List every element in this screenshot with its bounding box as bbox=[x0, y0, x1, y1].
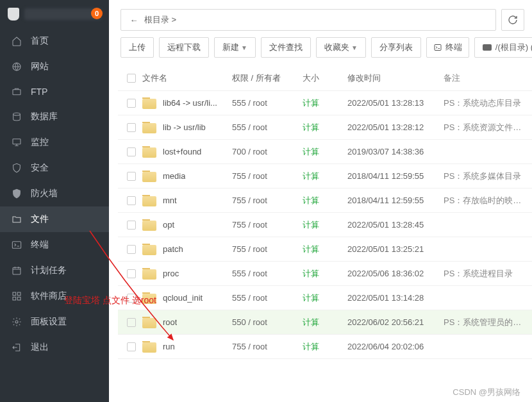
sidebar-item-fw[interactable]: 防火墙 bbox=[0, 181, 109, 206]
file-perm[interactable]: 755 / root bbox=[232, 196, 303, 205]
table-row[interactable]: lib -> usr/lib555 / root计算2022/05/01 13:… bbox=[118, 115, 532, 140]
file-perm[interactable]: 755 / root bbox=[232, 342, 303, 351]
file-perm[interactable]: 755 / root bbox=[232, 244, 303, 254]
col-name[interactable]: 文件名 bbox=[142, 72, 232, 84]
file-name[interactable]: media bbox=[163, 171, 185, 181]
file-name[interactable]: patch bbox=[163, 244, 183, 254]
path-breadcrumb[interactable]: ← 根目录 > bbox=[121, 9, 496, 31]
file-perm[interactable]: 550 / root bbox=[232, 317, 303, 327]
table-row[interactable]: mnt755 / root计算2018/04/11 12:59:55PS：存放临… bbox=[118, 188, 532, 213]
table-row[interactable]: opt755 / root计算2022/05/01 13:28:45 bbox=[118, 213, 532, 237]
col-size[interactable]: 大小 bbox=[303, 72, 347, 84]
sidebar-item-mon[interactable]: 监控 bbox=[0, 130, 109, 155]
file-perm[interactable]: 555 / root bbox=[232, 269, 303, 278]
table-row[interactable]: qcloud_init555 / root计算2022/05/01 13:14:… bbox=[118, 286, 532, 310]
file-size-calc[interactable]: 计算 bbox=[303, 292, 347, 304]
share-list-button[interactable]: 分享列表 bbox=[371, 37, 421, 58]
row-checkbox[interactable] bbox=[127, 221, 136, 230]
file-size-calc[interactable]: 计算 bbox=[303, 195, 347, 206]
sidebar-item-label: 计划任务 bbox=[31, 265, 67, 276]
svg-rect-11 bbox=[435, 45, 441, 51]
sidebar-item-set[interactable]: 面板设置 bbox=[0, 309, 109, 335]
file-date: 2022/05/06 18:36:02 bbox=[347, 269, 444, 278]
disk-selector[interactable]: /(根目录) (67G) bbox=[474, 37, 532, 58]
table-row[interactable]: lib64 -> usr/li...555 / root计算2022/05/01… bbox=[118, 91, 532, 115]
file-date: 2019/03/07 14:38:36 bbox=[347, 147, 444, 156]
sidebar-item-db[interactable]: 数据库 bbox=[0, 104, 109, 130]
sidebar-item-ftp[interactable]: FTP bbox=[0, 80, 109, 104]
file-size-calc[interactable]: 计算 bbox=[303, 317, 347, 328]
file-name[interactable]: lib64 -> usr/li... bbox=[163, 98, 217, 108]
file-perm[interactable]: 700 / root bbox=[232, 147, 303, 156]
remote-download-button[interactable]: 远程下载 bbox=[159, 37, 209, 58]
sidebar-item-site[interactable]: 网站 bbox=[0, 54, 109, 80]
file-size-calc[interactable]: 计算 bbox=[303, 341, 347, 353]
sidebar-item-term[interactable]: 终端 bbox=[0, 232, 109, 258]
row-checkbox[interactable] bbox=[127, 147, 136, 156]
row-checkbox[interactable] bbox=[127, 245, 136, 254]
table-row[interactable]: run755 / root计算2022/06/04 20:02:06 bbox=[118, 335, 532, 359]
notification-badge[interactable]: 0 bbox=[91, 8, 103, 19]
sidebar-item-file[interactable]: 文件 bbox=[0, 206, 109, 232]
table-row[interactable]: lost+found700 / root计算2019/03/07 14:38:3… bbox=[118, 140, 532, 164]
folder-icon bbox=[142, 268, 156, 280]
disk-icon bbox=[483, 44, 492, 51]
path-back-icon[interactable]: ← bbox=[128, 15, 140, 25]
file-name[interactable]: opt bbox=[163, 220, 174, 230]
new-button[interactable]: 新建▼ bbox=[214, 37, 256, 58]
logo-shield-icon bbox=[8, 8, 19, 21]
col-date[interactable]: 修改时间 bbox=[347, 72, 444, 84]
file-perm[interactable]: 755 / root bbox=[232, 171, 303, 181]
table-row[interactable]: root550 / root计算2022/06/02 20:56:21PS：系统… bbox=[118, 310, 532, 335]
file-name[interactable]: root bbox=[163, 317, 177, 327]
row-checkbox[interactable] bbox=[127, 99, 136, 108]
sidebar-item-exit[interactable]: 退出 bbox=[0, 335, 109, 360]
file-size-calc[interactable]: 计算 bbox=[303, 219, 347, 231]
row-checkbox[interactable] bbox=[127, 318, 136, 327]
file-name[interactable]: lib -> usr/lib bbox=[163, 122, 206, 132]
file-size-calc[interactable]: 计算 bbox=[303, 244, 347, 255]
folder-icon bbox=[142, 97, 156, 109]
terminal-button[interactable]: 终端 bbox=[426, 37, 469, 58]
file-size-calc[interactable]: 计算 bbox=[303, 171, 347, 182]
row-checkbox[interactable] bbox=[127, 123, 136, 132]
col-perm[interactable]: 权限 / 所有者 bbox=[232, 72, 303, 84]
sidebar-item-cron[interactable]: 计划任务 bbox=[0, 258, 109, 283]
sidebar-item-sec[interactable]: 安全 bbox=[0, 155, 109, 181]
exit-icon bbox=[12, 342, 22, 353]
row-checkbox[interactable] bbox=[127, 342, 136, 351]
table-row[interactable]: media755 / root计算2018/04/11 12:59:55PS：系… bbox=[118, 164, 532, 188]
file-size-calc[interactable]: 计算 bbox=[303, 97, 347, 109]
file-name[interactable]: proc bbox=[163, 269, 179, 278]
file-name[interactable]: lost+found bbox=[163, 147, 201, 156]
row-checkbox[interactable] bbox=[127, 196, 136, 205]
upload-button[interactable]: 上传 bbox=[121, 37, 154, 58]
table-row[interactable]: patch755 / root计算2022/05/01 13:25:21 bbox=[118, 237, 532, 262]
row-checkbox[interactable] bbox=[127, 172, 136, 181]
sidebar-item-home[interactable]: 首页 bbox=[0, 28, 109, 54]
file-perm[interactable]: 755 / root bbox=[232, 220, 303, 230]
svg-rect-5 bbox=[13, 267, 21, 274]
file-perm[interactable]: 555 / root bbox=[232, 122, 303, 132]
file-perm[interactable]: 555 / root bbox=[232, 98, 303, 108]
table-row[interactable]: proc555 / root计算2022/05/06 18:36:02PS：系统… bbox=[118, 262, 532, 286]
file-date: 2022/06/02 20:56:21 bbox=[347, 317, 444, 327]
row-checkbox[interactable] bbox=[127, 269, 136, 278]
select-all-checkbox[interactable] bbox=[127, 74, 136, 83]
ftp-icon bbox=[12, 87, 22, 97]
refresh-button[interactable] bbox=[501, 9, 524, 31]
file-size-calc[interactable]: 计算 bbox=[303, 122, 347, 133]
file-size-calc[interactable]: 计算 bbox=[303, 268, 347, 280]
file-name[interactable]: run bbox=[163, 342, 175, 351]
file-name[interactable]: qcloud_init bbox=[163, 293, 203, 303]
shield-icon bbox=[12, 163, 22, 173]
file-perm[interactable]: 555 / root bbox=[232, 293, 303, 303]
watermark: CSDN @男孩网络 bbox=[453, 387, 520, 398]
find-button[interactable]: 文件查找 bbox=[261, 37, 311, 58]
globe-icon bbox=[12, 62, 22, 72]
favorites-button[interactable]: 收藏夹▼ bbox=[316, 37, 366, 58]
svg-point-2 bbox=[13, 113, 21, 115]
file-size-calc[interactable]: 计算 bbox=[303, 146, 347, 158]
file-name[interactable]: mnt bbox=[163, 196, 177, 205]
file-date: 2022/05/01 13:25:21 bbox=[347, 244, 444, 254]
